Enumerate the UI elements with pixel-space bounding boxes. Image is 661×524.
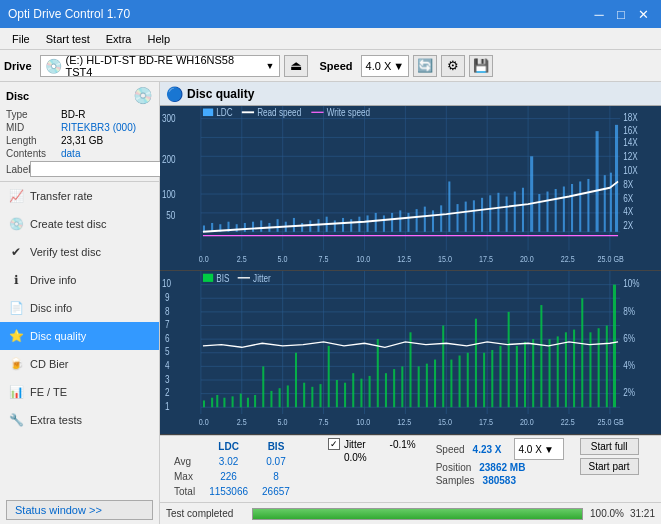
svg-rect-67 (596, 131, 599, 232)
label-input[interactable] (30, 161, 163, 177)
menu-file[interactable]: File (4, 31, 38, 47)
sidebar-item-label-disc-info: Disc info (30, 302, 72, 314)
svg-rect-148 (401, 366, 403, 407)
svg-rect-45 (416, 209, 418, 232)
svg-rect-167 (557, 336, 559, 407)
menu-extra[interactable]: Extra (98, 31, 140, 47)
svg-text:10: 10 (162, 277, 171, 289)
verify-test-disc-icon: ✔ (8, 245, 24, 259)
svg-rect-157 (475, 318, 477, 407)
menu-help[interactable]: Help (139, 31, 178, 47)
svg-rect-65 (579, 181, 581, 231)
bis-chart-svg: 10 9 8 7 6 5 4 3 2 1 10% 8% 6% 4% 2% (160, 271, 661, 435)
svg-text:10%: 10% (623, 277, 640, 289)
svg-rect-151 (426, 363, 428, 407)
sidebar-item-disc-info[interactable]: 📄 Disc info (0, 294, 159, 322)
svg-text:LDC: LDC (216, 107, 233, 118)
disc-quality-icon: ⭐ (8, 329, 24, 343)
svg-rect-35 (334, 220, 336, 231)
svg-text:6: 6 (165, 331, 170, 343)
svg-rect-133 (279, 388, 281, 407)
start-part-button[interactable]: Start part (580, 458, 639, 475)
jitter-checkbox[interactable]: ✓ (328, 438, 340, 450)
stats-table: LDC BIS Avg 3.02 0.07 Max 226 8 T (166, 438, 312, 500)
svg-rect-129 (247, 397, 249, 407)
svg-rect-123 (203, 400, 205, 407)
sidebar-item-fe-te[interactable]: 📊 FE / TE (0, 378, 159, 406)
close-button[interactable]: ✕ (633, 4, 653, 24)
settings-button[interactable]: ⚙ (441, 55, 465, 77)
start-full-button[interactable]: Start full (580, 438, 639, 455)
sidebar-nav: 📈 Transfer rate 💿 Create test disc ✔ Ver… (0, 182, 159, 496)
svg-rect-139 (328, 345, 330, 406)
cd-bier-icon: 🍺 (8, 357, 24, 371)
samples-row: Samples 380583 (436, 475, 564, 486)
svg-rect-31 (301, 223, 303, 232)
svg-rect-147 (393, 369, 395, 407)
col-header-bis: BIS (256, 440, 296, 453)
svg-rect-201 (203, 273, 213, 281)
position-label: Position (436, 462, 472, 473)
svg-text:16X: 16X (623, 125, 638, 136)
sidebar-item-cd-bier[interactable]: 🍺 CD Bier (0, 350, 159, 378)
eject-button[interactable]: ⏏ (284, 55, 308, 77)
menu-start-test[interactable]: Start test (38, 31, 98, 47)
sidebar-item-disc-quality[interactable]: ⭐ Disc quality (0, 322, 159, 350)
progress-percent: 100.0% (589, 508, 624, 519)
svg-rect-58 (522, 188, 524, 232)
svg-rect-42 (391, 213, 393, 232)
maximize-button[interactable]: □ (611, 4, 631, 24)
jitter-row: ✓ Jitter -0.1% (328, 438, 416, 450)
refresh-button[interactable]: 🔄 (413, 55, 437, 77)
svg-rect-169 (573, 329, 575, 407)
speed-select-stats[interactable]: 4.0 X ▼ (514, 438, 564, 460)
svg-text:300: 300 (162, 114, 176, 125)
table-row-max: Max 226 8 (168, 470, 310, 483)
svg-rect-150 (418, 366, 420, 407)
titlebar: Opti Drive Control 1.70 ─ □ ✕ (0, 0, 661, 28)
jitter-label: Jitter (344, 439, 366, 450)
svg-rect-40 (375, 213, 377, 232)
samples-value: 380583 (483, 475, 516, 486)
status-window-button[interactable]: Status window >> (6, 500, 153, 520)
main-layout: Disc 💿 Type BD-R MID RITEKBR3 (000) Leng… (0, 82, 661, 524)
svg-rect-171 (589, 332, 591, 407)
avg-label: Avg (168, 455, 201, 468)
sidebar-item-extra-tests[interactable]: 🔧 Extra tests (0, 406, 159, 434)
svg-rect-155 (459, 355, 461, 407)
minimize-button[interactable]: ─ (589, 4, 609, 24)
svg-rect-28 (277, 219, 279, 232)
svg-text:4X: 4X (623, 207, 633, 218)
svg-text:7.5: 7.5 (318, 254, 328, 264)
sidebar-item-label-fe-te: FE / TE (30, 386, 67, 398)
chart-ldc: 300 200 100 50 18X 16X 14X 12X 10X 8X 6X… (160, 106, 661, 271)
svg-text:200: 200 (162, 154, 176, 165)
svg-text:50: 50 (166, 210, 175, 221)
svg-rect-69 (610, 173, 612, 232)
svg-rect-134 (287, 385, 289, 407)
mid-label: MID (6, 122, 61, 133)
sidebar-item-verify-test-disc[interactable]: ✔ Verify test disc (0, 238, 159, 266)
svg-rect-174 (613, 284, 616, 407)
svg-rect-56 (506, 197, 508, 232)
save-button[interactable]: 💾 (469, 55, 493, 77)
drive-select[interactable]: 💿 (E:) HL-DT-ST BD-RE WH16NS58 TST4 ▼ (40, 55, 280, 77)
svg-text:18X: 18X (623, 112, 638, 123)
svg-rect-141 (344, 382, 346, 407)
svg-text:2: 2 (165, 386, 170, 398)
svg-rect-64 (571, 184, 573, 232)
drive-toolbar: Drive 💿 (E:) HL-DT-ST BD-RE WH16NS58 TST… (0, 50, 661, 82)
sidebar-item-drive-info[interactable]: ℹ Drive info (0, 266, 159, 294)
svg-rect-30 (293, 218, 295, 232)
contents-value: data (61, 148, 80, 159)
speed-select[interactable]: 4.0 X ▼ (361, 55, 410, 77)
svg-rect-137 (311, 386, 313, 406)
svg-text:17.5: 17.5 (479, 415, 493, 426)
sidebar-item-transfer-rate[interactable]: 📈 Transfer rate (0, 182, 159, 210)
svg-text:22.5: 22.5 (561, 415, 575, 426)
svg-rect-48 (440, 205, 442, 231)
sidebar-item-create-test-disc[interactable]: 💿 Create test disc (0, 210, 159, 238)
svg-rect-44 (407, 213, 409, 232)
progress-row: Test completed 100.0% 31:21 (160, 502, 661, 524)
speed-arrow-icon: ▼ (393, 60, 404, 72)
